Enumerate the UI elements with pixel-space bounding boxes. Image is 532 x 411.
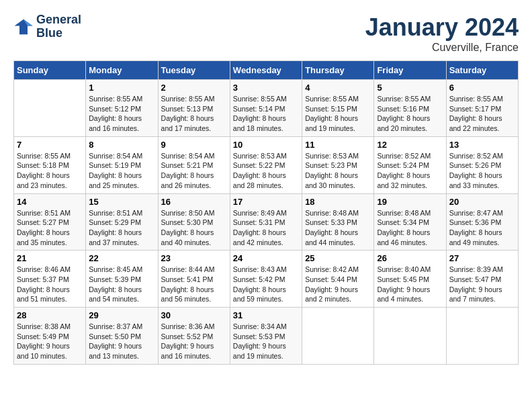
day-number: 20 bbox=[449, 197, 515, 207]
day-info: Sunrise: 8:55 AMSunset: 5:15 PMDaylight:… bbox=[305, 94, 371, 134]
day-number: 14 bbox=[17, 197, 83, 207]
day-info: Sunrise: 8:55 AMSunset: 5:18 PMDaylight:… bbox=[17, 151, 83, 191]
day-number: 29 bbox=[89, 310, 154, 320]
calendar-day-cell: 2Sunrise: 8:55 AMSunset: 5:13 PMDaylight… bbox=[158, 80, 230, 137]
calendar-day-cell: 14Sunrise: 8:51 AMSunset: 5:27 PMDayligh… bbox=[14, 193, 86, 250]
day-number: 31 bbox=[233, 310, 299, 320]
day-info: Sunrise: 8:53 AMSunset: 5:22 PMDaylight:… bbox=[233, 151, 299, 191]
location: Cuverville, France bbox=[365, 42, 519, 54]
day-info: Sunrise: 8:43 AMSunset: 5:42 PMDaylight:… bbox=[233, 265, 299, 304]
day-number: 8 bbox=[89, 140, 154, 150]
calendar-day-cell: 23Sunrise: 8:44 AMSunset: 5:41 PMDayligh… bbox=[158, 250, 230, 308]
calendar-day-cell: 26Sunrise: 8:40 AMSunset: 5:45 PMDayligh… bbox=[374, 250, 446, 308]
day-number: 9 bbox=[161, 140, 227, 150]
day-number: 21 bbox=[17, 253, 83, 263]
calendar-day-cell: 27Sunrise: 8:39 AMSunset: 5:47 PMDayligh… bbox=[446, 250, 518, 308]
day-info: Sunrise: 8:54 AMSunset: 5:21 PMDaylight:… bbox=[161, 151, 227, 191]
day-info: Sunrise: 8:50 AMSunset: 5:30 PMDaylight:… bbox=[161, 208, 227, 248]
calendar-day-cell: 19Sunrise: 8:48 AMSunset: 5:34 PMDayligh… bbox=[374, 193, 446, 250]
day-info: Sunrise: 8:34 AMSunset: 5:53 PMDaylight:… bbox=[233, 322, 299, 361]
calendar-day-cell: 7Sunrise: 8:55 AMSunset: 5:18 PMDaylight… bbox=[14, 136, 86, 193]
day-number: 4 bbox=[305, 83, 371, 93]
calendar-day-cell: 15Sunrise: 8:51 AMSunset: 5:29 PMDayligh… bbox=[86, 193, 158, 250]
day-info: Sunrise: 8:48 AMSunset: 5:33 PMDaylight:… bbox=[305, 208, 371, 248]
day-info: Sunrise: 8:55 AMSunset: 5:12 PMDaylight:… bbox=[89, 94, 154, 134]
calendar-day-cell: 9Sunrise: 8:54 AMSunset: 5:21 PMDaylight… bbox=[158, 136, 230, 193]
day-number: 30 bbox=[161, 310, 227, 320]
day-number: 1 bbox=[89, 83, 154, 93]
calendar-day-cell: 8Sunrise: 8:54 AMSunset: 5:19 PMDaylight… bbox=[86, 136, 158, 193]
day-number: 3 bbox=[233, 83, 299, 93]
calendar-day-cell: 30Sunrise: 8:36 AMSunset: 5:52 PMDayligh… bbox=[158, 308, 230, 365]
page-header: General Blue January 2024 Cuverville, Fr… bbox=[13, 13, 519, 54]
calendar-day-cell bbox=[14, 80, 86, 137]
day-info: Sunrise: 8:46 AMSunset: 5:37 PMDaylight:… bbox=[17, 265, 83, 304]
calendar-week-row: 1Sunrise: 8:55 AMSunset: 5:12 PMDaylight… bbox=[14, 80, 519, 137]
day-number: 16 bbox=[161, 197, 227, 207]
weekday-header-cell: Sunday bbox=[14, 61, 86, 80]
day-info: Sunrise: 8:47 AMSunset: 5:36 PMDaylight:… bbox=[449, 208, 515, 248]
title-block: January 2024 Cuverville, France bbox=[365, 13, 519, 54]
day-info: Sunrise: 8:49 AMSunset: 5:31 PMDaylight:… bbox=[233, 208, 299, 248]
weekday-header-cell: Wednesday bbox=[230, 61, 302, 80]
weekday-header-cell: Saturday bbox=[446, 61, 518, 80]
calendar-day-cell: 3Sunrise: 8:55 AMSunset: 5:14 PMDaylight… bbox=[230, 80, 302, 137]
day-info: Sunrise: 8:36 AMSunset: 5:52 PMDaylight:… bbox=[161, 322, 227, 361]
day-number: 2 bbox=[161, 83, 227, 93]
day-number: 26 bbox=[377, 253, 443, 263]
calendar-day-cell: 16Sunrise: 8:50 AMSunset: 5:30 PMDayligh… bbox=[158, 193, 230, 250]
weekday-header-cell: Monday bbox=[86, 61, 158, 80]
day-info: Sunrise: 8:55 AMSunset: 5:16 PMDaylight:… bbox=[377, 94, 443, 134]
logo-text: General Blue bbox=[36, 13, 81, 40]
weekday-header-cell: Friday bbox=[374, 61, 446, 80]
calendar-day-cell: 29Sunrise: 8:37 AMSunset: 5:50 PMDayligh… bbox=[86, 308, 158, 365]
calendar-day-cell: 22Sunrise: 8:45 AMSunset: 5:39 PMDayligh… bbox=[86, 250, 158, 308]
day-number: 22 bbox=[89, 253, 154, 263]
calendar-week-row: 21Sunrise: 8:46 AMSunset: 5:37 PMDayligh… bbox=[14, 250, 519, 308]
day-number: 13 bbox=[449, 140, 515, 150]
calendar-day-cell: 20Sunrise: 8:47 AMSunset: 5:36 PMDayligh… bbox=[446, 193, 518, 250]
weekday-header-cell: Thursday bbox=[302, 61, 374, 80]
day-number: 11 bbox=[305, 140, 371, 150]
day-info: Sunrise: 8:42 AMSunset: 5:44 PMDaylight:… bbox=[305, 265, 371, 304]
day-number: 25 bbox=[305, 253, 371, 263]
svg-marker-0 bbox=[15, 19, 33, 35]
weekday-header-row: SundayMondayTuesdayWednesdayThursdayFrid… bbox=[14, 61, 519, 80]
day-number: 12 bbox=[377, 140, 443, 150]
calendar-day-cell: 4Sunrise: 8:55 AMSunset: 5:15 PMDaylight… bbox=[302, 80, 374, 137]
day-info: Sunrise: 8:51 AMSunset: 5:27 PMDaylight:… bbox=[17, 208, 83, 248]
day-number: 27 bbox=[449, 253, 515, 263]
day-info: Sunrise: 8:52 AMSunset: 5:26 PMDaylight:… bbox=[449, 151, 515, 191]
calendar-day-cell: 28Sunrise: 8:38 AMSunset: 5:49 PMDayligh… bbox=[14, 308, 86, 365]
day-info: Sunrise: 8:52 AMSunset: 5:24 PMDaylight:… bbox=[377, 151, 443, 191]
day-info: Sunrise: 8:55 AMSunset: 5:14 PMDaylight:… bbox=[233, 94, 299, 134]
calendar-day-cell bbox=[446, 308, 518, 365]
day-number: 28 bbox=[17, 310, 83, 320]
month-title: January 2024 bbox=[365, 13, 519, 42]
day-number: 24 bbox=[233, 253, 299, 263]
calendar-day-cell: 1Sunrise: 8:55 AMSunset: 5:12 PMDaylight… bbox=[86, 80, 158, 137]
calendar-week-row: 14Sunrise: 8:51 AMSunset: 5:27 PMDayligh… bbox=[14, 193, 519, 250]
day-number: 10 bbox=[233, 140, 299, 150]
calendar-week-row: 7Sunrise: 8:55 AMSunset: 5:18 PMDaylight… bbox=[14, 136, 519, 193]
day-info: Sunrise: 8:45 AMSunset: 5:39 PMDaylight:… bbox=[89, 265, 154, 304]
calendar-day-cell: 13Sunrise: 8:52 AMSunset: 5:26 PMDayligh… bbox=[446, 136, 518, 193]
day-info: Sunrise: 8:38 AMSunset: 5:49 PMDaylight:… bbox=[17, 322, 83, 361]
day-number: 23 bbox=[161, 253, 227, 263]
calendar-day-cell: 11Sunrise: 8:53 AMSunset: 5:23 PMDayligh… bbox=[302, 136, 374, 193]
calendar-day-cell: 5Sunrise: 8:55 AMSunset: 5:16 PMDaylight… bbox=[374, 80, 446, 137]
calendar-table: SundayMondayTuesdayWednesdayThursdayFrid… bbox=[13, 60, 519, 365]
day-info: Sunrise: 8:40 AMSunset: 5:45 PMDaylight:… bbox=[377, 265, 443, 304]
day-info: Sunrise: 8:54 AMSunset: 5:19 PMDaylight:… bbox=[89, 151, 154, 191]
calendar-day-cell: 10Sunrise: 8:53 AMSunset: 5:22 PMDayligh… bbox=[230, 136, 302, 193]
calendar-day-cell: 24Sunrise: 8:43 AMSunset: 5:42 PMDayligh… bbox=[230, 250, 302, 308]
day-info: Sunrise: 8:48 AMSunset: 5:34 PMDaylight:… bbox=[377, 208, 443, 248]
calendar-day-cell: 31Sunrise: 8:34 AMSunset: 5:53 PMDayligh… bbox=[230, 308, 302, 365]
calendar-day-cell: 21Sunrise: 8:46 AMSunset: 5:37 PMDayligh… bbox=[14, 250, 86, 308]
day-info: Sunrise: 8:55 AMSunset: 5:13 PMDaylight:… bbox=[161, 94, 227, 134]
logo: General Blue bbox=[13, 13, 81, 40]
day-info: Sunrise: 8:37 AMSunset: 5:50 PMDaylight:… bbox=[89, 322, 154, 361]
day-number: 7 bbox=[17, 140, 83, 150]
calendar-week-row: 28Sunrise: 8:38 AMSunset: 5:49 PMDayligh… bbox=[14, 308, 519, 365]
day-number: 17 bbox=[233, 197, 299, 207]
